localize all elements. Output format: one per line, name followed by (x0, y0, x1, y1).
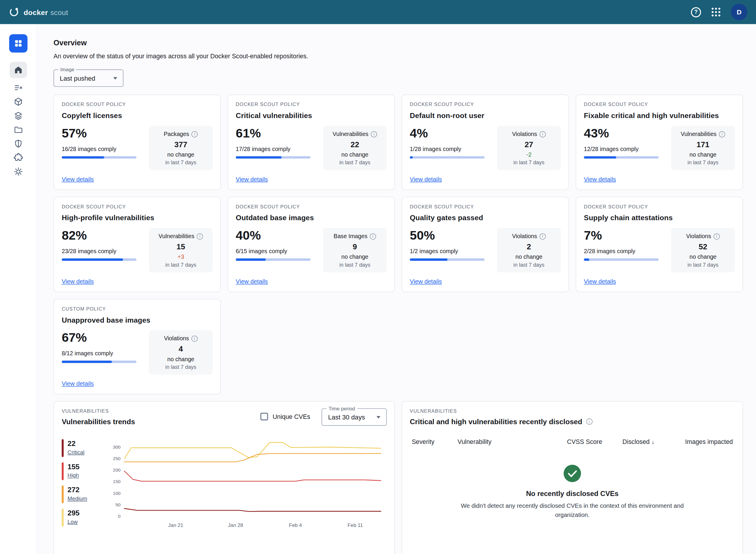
view-details-link[interactable]: View details (62, 278, 94, 285)
stat-label: Violations (686, 233, 711, 240)
info-icon[interactable]: i (719, 131, 725, 137)
view-details-link[interactable]: View details (62, 176, 94, 183)
stat-label: Violations (512, 233, 537, 240)
compliance-percent: 40% (236, 228, 319, 243)
stat-period: in last 7 days (152, 364, 210, 370)
apps-grid-icon[interactable] (711, 8, 720, 16)
images-comply-text: 1/2 images comply (410, 248, 493, 255)
stat-change: no change (674, 151, 732, 158)
policy-title: Unapproved base images (62, 316, 213, 324)
info-icon[interactable]: i (197, 233, 203, 239)
trend-legend: 22 Critical 155 High (62, 439, 104, 537)
stat-value: 2 (500, 242, 558, 251)
stat-value: 4 (152, 345, 210, 353)
stat-period: in last 7 days (152, 160, 210, 165)
chevron-down-icon (377, 416, 380, 418)
view-details-link[interactable]: View details (584, 278, 616, 285)
info-icon[interactable]: i (714, 233, 720, 239)
sidebar-item-overview[interactable] (10, 62, 27, 78)
compliance-progress-fill (62, 361, 112, 363)
compliance-progress-fill (410, 259, 447, 261)
policy-card: DOCKER SCOUT POLICY Supply chain attesta… (576, 197, 743, 292)
col-severity[interactable]: Severity (412, 438, 458, 446)
main-content: Overview An overview of the status of yo… (37, 24, 756, 554)
images-comply-text: 16/28 images comply (62, 146, 145, 153)
compliance-progress-bar (584, 259, 658, 261)
compliance-progress-fill (62, 156, 105, 159)
policy-category-label: DOCKER SCOUT POLICY (584, 102, 735, 107)
unique-cves-checkbox[interactable] (261, 413, 268, 420)
disclosed-table-header: Severity Vulnerability CVSS Score Disclo… (410, 438, 735, 450)
stat-change: no change (152, 151, 210, 158)
policy-category-label: DOCKER SCOUT POLICY (236, 102, 387, 107)
stat-value: 9 (326, 242, 384, 251)
info-icon[interactable]: i (586, 419, 592, 425)
unique-cves-toggle[interactable]: Unique CVEs (261, 413, 310, 420)
help-icon[interactable]: ? (691, 7, 701, 17)
policy-title: Critical vulnerabilities (236, 111, 387, 119)
page-subtitle: An overview of the status of your images… (54, 53, 743, 60)
chevron-down-icon (113, 77, 117, 79)
sidebar-item-settings[interactable] (10, 164, 27, 178)
svg-text:0: 0 (118, 514, 121, 519)
gear-icon (13, 167, 23, 176)
view-details-link[interactable]: View details (584, 176, 616, 183)
stat-label: Base Images (333, 233, 367, 240)
severity-label-link[interactable]: Medium (67, 496, 87, 502)
info-icon[interactable]: i (192, 335, 198, 341)
policy-stat-panel: Violations i 4 no change in last 7 days (149, 330, 213, 375)
sort-desc-icon: ↓ (651, 439, 654, 445)
compliance-progress-fill (410, 156, 413, 159)
stat-value: 22 (326, 141, 384, 149)
sidebar-item-images[interactable] (10, 95, 27, 108)
sidebar-item-policies[interactable] (10, 136, 27, 150)
sidebar-item-organization[interactable] (9, 34, 28, 52)
image-filter-select[interactable]: Image Last pushed (54, 69, 123, 87)
view-details-link[interactable]: View details (62, 380, 94, 387)
avatar[interactable]: D (731, 4, 748, 20)
col-disclosed[interactable]: Disclosed ↓ (602, 438, 685, 446)
compliance-percent: 4% (410, 126, 493, 141)
time-period-select[interactable]: Time period Last 30 days (322, 408, 386, 426)
puzzle-icon (13, 153, 23, 162)
stat-label: Violations (164, 335, 189, 342)
policy-title: Copyleft licenses (62, 111, 213, 119)
stat-period: in last 7 days (500, 262, 558, 268)
svg-text:300: 300 (113, 444, 120, 449)
col-cvss-score[interactable]: CVSS Score (547, 438, 602, 446)
view-details-link[interactable]: View details (410, 176, 442, 183)
view-details-link[interactable]: View details (236, 176, 268, 183)
info-icon[interactable]: i (370, 233, 376, 239)
compliance-progress-bar (62, 156, 137, 159)
sidebar-item-base-images[interactable] (10, 108, 27, 122)
info-icon[interactable]: i (540, 233, 546, 239)
sidebar-item-checklist[interactable] (10, 81, 27, 95)
stat-label: Vulnerabilities (333, 131, 369, 137)
brand-text: dockerscout (23, 8, 68, 16)
severity-label-link[interactable]: Critical (67, 449, 85, 455)
policy-title: Outdated base images (236, 214, 387, 222)
info-icon[interactable]: i (540, 131, 546, 137)
check-circle-icon (562, 464, 582, 483)
info-icon[interactable]: i (192, 131, 198, 137)
unique-cves-label: Unique CVEs (273, 413, 310, 420)
severity-label-link[interactable]: Low (67, 519, 78, 524)
severity-color-bar (62, 439, 64, 457)
compliance-progress-bar (410, 259, 485, 261)
sidebar-item-integrations[interactable] (10, 151, 27, 164)
sidebar (0, 24, 37, 554)
docker-scout-brand[interactable]: dockerscout (8, 7, 68, 17)
col-vulnerability[interactable]: Vulnerability (457, 438, 547, 446)
col-images-impacted[interactable]: Images impacted (685, 438, 733, 446)
view-details-link[interactable]: View details (410, 278, 442, 285)
svg-text:100: 100 (113, 491, 120, 496)
view-details-link[interactable]: View details (236, 278, 268, 285)
compliance-percent: 61% (236, 126, 319, 141)
legend-item: 295 Low (62, 509, 104, 527)
info-icon[interactable]: i (371, 131, 377, 137)
sidebar-item-repositories[interactable] (10, 122, 27, 136)
compliance-percent: 50% (410, 228, 493, 243)
stat-value: 15 (152, 242, 210, 251)
severity-label-link[interactable]: High (67, 473, 79, 478)
stat-change: no change (326, 254, 384, 260)
